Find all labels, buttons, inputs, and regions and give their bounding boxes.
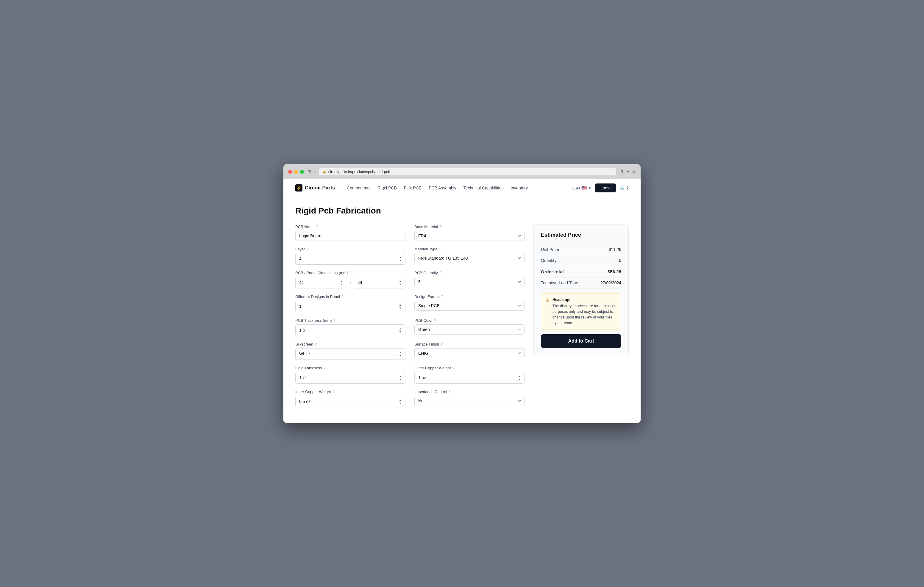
different-designs-arrows[interactable]: ▲ ▼ — [399, 303, 402, 309]
silkscreen-help-icon[interactable]: ? — [315, 342, 317, 347]
pcb-thickness-stepper[interactable]: 1.6 ▲ ▼ — [295, 324, 406, 336]
nav-item-pcb-assembly[interactable]: PCB Assembly — [429, 186, 456, 190]
height-down-arrow[interactable]: ▼ — [399, 283, 402, 286]
cart-button[interactable]: 🛒 2 — [620, 186, 629, 190]
width-down-arrow[interactable]: ▼ — [340, 283, 343, 286]
pcb-thickness-help-icon[interactable]: ? — [333, 318, 335, 323]
different-designs-stepper[interactable]: 1 ▲ ▼ — [295, 301, 406, 312]
gold-thickness-arrows[interactable]: ▲ ▼ — [399, 375, 402, 381]
design-format-select[interactable]: Single PCB Panel by Customer Panel by Ma… — [414, 301, 525, 311]
height-arrows[interactable]: ▲ ▼ — [399, 280, 402, 286]
window-controls: ⊞ ‹ — [307, 169, 315, 174]
silkscreen-field: Silkscreen ? White ▲ ▼ — [295, 342, 406, 360]
pcb-color-help-icon[interactable]: ? — [434, 318, 436, 323]
layer-value: 4 — [299, 257, 302, 261]
layer-up-arrow[interactable]: ▲ — [399, 256, 402, 259]
inner-copper-weight-arrows[interactable]: ▲ ▼ — [399, 398, 402, 405]
outer-copper-weight-up-arrow[interactable]: ▲ — [518, 375, 521, 378]
minimize-button[interactable] — [294, 170, 298, 174]
layer-stepper[interactable]: 4 ▲ ▼ — [295, 253, 406, 265]
pcb-quantity-help-icon[interactable]: ? — [439, 271, 441, 275]
silkscreen-stepper[interactable]: White ▲ ▼ — [295, 348, 406, 360]
sidebar-area: Estimated Price Unit Price $11.26 Quanti… — [533, 225, 629, 408]
nav-item-technical-capabilities[interactable]: Technical Capabilities — [464, 186, 504, 190]
impedance-control-select[interactable]: No Yes — [414, 396, 525, 406]
address-bar[interactable]: 🔒 circuitparts.in/products/pcb/rigid-pcb — [318, 168, 617, 176]
title-bar: ⊞ ‹ 🔒 circuitparts.in/products/pcb/rigid… — [284, 164, 640, 179]
silkscreen-up-arrow[interactable]: ▲ — [399, 351, 402, 354]
base-material-select[interactable]: FR4 Aluminum Rogers — [414, 231, 525, 241]
gold-thickness-up-arrow[interactable]: ▲ — [399, 375, 402, 378]
material-type-select[interactable]: FR4-Standard TG 135-140 FR4-High TG 170 — [414, 253, 525, 263]
close-button[interactable] — [288, 170, 292, 174]
pcb-thickness-down-arrow[interactable]: ▼ — [399, 330, 402, 333]
height-up-arrow[interactable]: ▲ — [399, 280, 402, 283]
outer-copper-weight-stepper[interactable]: 1 oz ▲ ▼ — [414, 372, 525, 384]
height-stepper[interactable]: 44 ▲ ▼ — [354, 277, 406, 288]
inner-copper-weight-down-arrow[interactable]: ▼ — [399, 402, 402, 405]
design-format-field: Design Format ? Single PCB Panel by Cust… — [414, 294, 525, 312]
pcb-name-help-icon[interactable]: ? — [316, 225, 318, 229]
silkscreen-label: Silkscreen ? — [295, 342, 406, 347]
login-button[interactable]: Login — [595, 184, 616, 192]
material-type-help-icon[interactable]: ? — [439, 247, 441, 251]
sidebar-toggle-icon[interactable]: ⊞ — [307, 169, 311, 174]
nav-item-components[interactable]: Components — [347, 186, 370, 190]
layer-help-icon[interactable]: ? — [307, 247, 309, 251]
outer-copper-weight-down-arrow[interactable]: ▼ — [518, 378, 521, 381]
base-material-help-icon[interactable]: ? — [439, 225, 441, 229]
design-format-label: Design Format ? — [414, 294, 525, 299]
width-up-arrow[interactable]: ▲ — [340, 280, 343, 283]
width-value: 44 — [299, 280, 304, 285]
different-designs-help-icon[interactable]: ? — [342, 294, 343, 299]
logo[interactable]: ⚡ Circuit Parts — [295, 184, 335, 191]
silkscreen-arrows[interactable]: ▲ ▼ — [399, 351, 402, 357]
nav-item-inventory[interactable]: Inventory — [510, 186, 528, 190]
inner-copper-weight-up-arrow[interactable]: ▲ — [399, 398, 402, 401]
gold-thickness-help-icon[interactable]: ? — [323, 366, 325, 370]
nav-item-flex-pcb[interactable]: Flex PCB — [404, 186, 421, 190]
design-format-help-icon[interactable]: ? — [441, 294, 443, 299]
outer-copper-weight-field: Outer Copper Weight ? 1 oz ▲ ▼ — [414, 366, 525, 384]
dimension-separator: x — [350, 280, 351, 285]
pcb-name-input[interactable] — [295, 231, 406, 241]
nav-item-rigid-pcb[interactable]: Rigid PCB — [378, 186, 397, 190]
surface-finish-select[interactable]: ENIG HASL Lead-Free HASL OSP — [414, 348, 525, 358]
inner-copper-weight-stepper[interactable]: 0.5 oz ▲ ▼ — [295, 396, 406, 408]
gold-thickness-down-arrow[interactable]: ▼ — [399, 378, 402, 381]
pcb-thickness-arrows[interactable]: ▲ ▼ — [399, 327, 402, 333]
width-arrows[interactable]: ▲ ▼ — [340, 280, 343, 286]
gold-thickness-label: Gold Thickness ? — [295, 366, 406, 370]
pcb-thickness-up-arrow[interactable]: ▲ — [399, 327, 402, 330]
dimensions-help-icon[interactable]: ? — [349, 271, 351, 275]
share-icon[interactable]: ⬆ — [620, 169, 624, 174]
outer-copper-weight-arrows[interactable]: ▲ ▼ — [518, 375, 521, 381]
back-icon[interactable]: ‹ — [314, 169, 315, 174]
layer-down-arrow[interactable]: ▼ — [399, 259, 402, 262]
gold-thickness-stepper[interactable]: 1 U" ▲ ▼ — [295, 372, 406, 384]
currency-selector[interactable]: USD 🇺🇸 ▾ — [571, 185, 591, 191]
nav-right: USD 🇺🇸 ▾ Login 🛒 2 — [571, 184, 629, 192]
new-tab-icon[interactable]: + — [627, 169, 630, 174]
order-total-value: $56.28 — [607, 269, 621, 274]
inner-copper-weight-help-icon[interactable]: ? — [333, 390, 335, 394]
different-designs-down-arrow[interactable]: ▼ — [399, 307, 402, 309]
pcb-color-select[interactable]: Green Red Blue Black White Yellow — [414, 324, 525, 335]
nav-links: Components Rigid PCB Flex PCB PCB Assemb… — [347, 186, 563, 190]
width-stepper[interactable]: 44 ▲ ▼ — [295, 277, 347, 288]
silkscreen-down-arrow[interactable]: ▼ — [399, 354, 402, 357]
browser-actions: ⬆ + ⧉ — [620, 169, 636, 174]
gold-thickness-field: Gold Thickness ? 1 U" ▲ ▼ — [295, 366, 406, 384]
add-to-cart-button[interactable]: Add to Cart — [541, 334, 621, 348]
surface-finish-help-icon[interactable]: ? — [441, 342, 443, 347]
different-designs-value: 1 — [299, 304, 302, 309]
pcb-quantity-select[interactable]: 5 10 25 50 100 — [414, 277, 525, 287]
impedance-control-help-icon[interactable]: ? — [449, 390, 451, 394]
page-title: Rigid Pcb Fabrication — [295, 206, 629, 215]
different-designs-up-arrow[interactable]: ▲ — [399, 303, 402, 306]
outer-copper-weight-help-icon[interactable]: ? — [452, 366, 455, 370]
duplicate-icon[interactable]: ⧉ — [633, 169, 636, 174]
layer-arrows[interactable]: ▲ ▼ — [399, 256, 402, 262]
inner-copper-weight-label: Inner Copper Weight ? — [295, 390, 406, 394]
fullscreen-button[interactable] — [300, 170, 304, 174]
